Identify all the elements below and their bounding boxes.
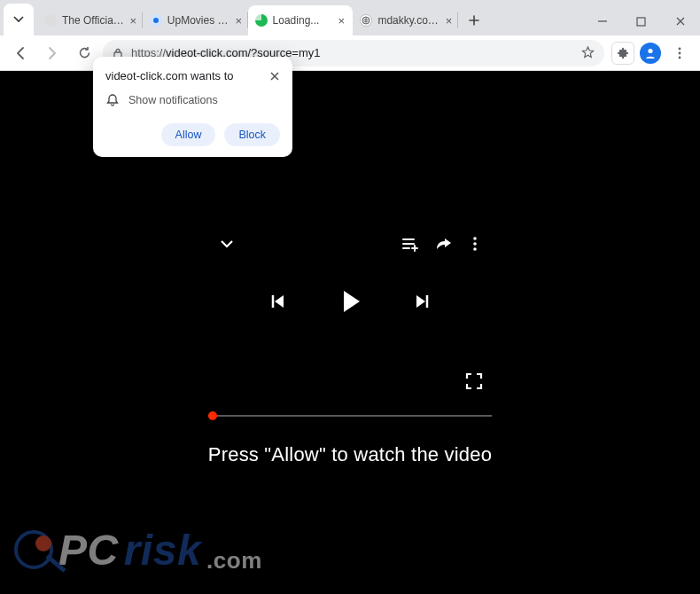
loading-spinner-icon — [255, 14, 268, 27]
playlist-add-icon — [401, 236, 419, 252]
notification-permission-popup: videot-click.com wants to Show notificat… — [93, 57, 292, 157]
bell-icon — [105, 93, 120, 107]
page-prompt-text: Press "Allow" to watch the video — [0, 443, 700, 466]
player-top-bar — [208, 226, 492, 262]
tab-search-button[interactable] — [4, 4, 34, 35]
favicon-icon — [150, 14, 162, 27]
svg-point-4 — [679, 47, 681, 50]
tab-2-active[interactable]: Loading... × — [248, 5, 354, 35]
svg-point-7 — [473, 237, 477, 240]
tab-title: mdakky.com/phclcm — [377, 14, 439, 27]
notification-allow-button[interactable]: Allow — [161, 123, 216, 146]
maximize-icon — [636, 17, 646, 27]
player-next-button[interactable] — [413, 292, 432, 311]
favicon-icon — [360, 14, 372, 27]
watermark: PCrisk.com — [14, 518, 262, 582]
plus-icon — [468, 14, 480, 27]
video-player[interactable] — [208, 226, 492, 399]
arrow-right-icon — [44, 45, 60, 61]
kebab-menu-icon — [469, 236, 481, 252]
notification-line: Show notifications — [128, 94, 218, 106]
tab-3[interactable]: mdakky.com/phclcm × — [353, 5, 458, 35]
close-icon — [675, 16, 686, 27]
player-more-button[interactable] — [469, 236, 481, 252]
tab-title: UpMovies - Watch FR — [167, 14, 229, 27]
profile-avatar-button[interactable] — [640, 43, 661, 64]
tab-close-button[interactable]: × — [445, 14, 453, 27]
tab-title: The Official Home of — [62, 14, 124, 27]
extensions-button[interactable] — [611, 42, 634, 65]
player-progress-handle[interactable] — [208, 411, 217, 420]
player-controls — [208, 262, 492, 341]
chevron-down-icon — [219, 236, 235, 252]
player-collapse-button[interactable] — [219, 236, 235, 252]
player-queue-button[interactable] — [401, 236, 419, 252]
svg-point-8 — [473, 242, 477, 246]
watermark-text-com: .com — [206, 547, 262, 574]
tab-title: Loading... — [273, 14, 331, 27]
window-maximize-button[interactable] — [622, 7, 661, 35]
tab-1[interactable]: UpMovies - Watch FR × — [143, 5, 248, 35]
kebab-menu-icon — [673, 46, 687, 60]
nav-back-button[interactable] — [7, 40, 34, 66]
fullscreen-icon — [465, 372, 483, 390]
favicon-icon — [44, 14, 57, 27]
arrow-left-icon — [12, 45, 28, 61]
notification-title: videot-click.com wants to — [105, 69, 234, 82]
play-icon — [335, 286, 365, 317]
window-close-button[interactable] — [661, 7, 700, 35]
notification-close-button[interactable] — [269, 71, 280, 82]
svg-rect-1 — [637, 18, 645, 26]
tab-close-button[interactable]: × — [335, 14, 347, 27]
svg-point-9 — [473, 247, 477, 251]
bookmark-star-icon[interactable] — [580, 45, 595, 60]
notification-block-button[interactable]: Block — [224, 123, 280, 146]
player-fullscreen-button[interactable] — [465, 372, 483, 390]
globe-icon — [362, 16, 370, 25]
player-prev-button[interactable] — [268, 292, 287, 311]
player-share-button[interactable] — [435, 236, 453, 252]
player-progress-bar[interactable] — [208, 415, 492, 417]
person-icon — [643, 46, 657, 60]
chevron-down-icon — [13, 14, 24, 25]
svg-point-5 — [679, 51, 681, 54]
browser-menu-button[interactable] — [666, 40, 693, 66]
window-minimize-button[interactable] — [583, 7, 622, 35]
player-play-button[interactable] — [335, 286, 365, 317]
reload-icon — [77, 45, 92, 60]
tab-close-button[interactable]: × — [235, 14, 242, 27]
tab-0[interactable]: The Official Home of × — [37, 5, 143, 35]
browser-tabstrip: The Official Home of × UpMovies - Watch … — [0, 0, 700, 35]
watermark-logo-icon — [14, 530, 53, 569]
share-arrow-icon — [435, 236, 453, 252]
skip-prev-icon — [268, 292, 287, 311]
close-icon — [269, 71, 280, 82]
svg-point-6 — [679, 56, 681, 59]
puzzle-icon — [617, 47, 629, 59]
watermark-text-risk: risk — [124, 526, 201, 574]
nav-forward-button[interactable] — [39, 40, 66, 66]
new-tab-button[interactable] — [462, 8, 486, 33]
svg-point-3 — [648, 48, 652, 52]
minimize-icon — [597, 16, 608, 27]
watermark-text-pc: PC — [58, 526, 119, 574]
tab-close-button[interactable]: × — [129, 14, 137, 27]
skip-next-icon — [413, 292, 432, 311]
